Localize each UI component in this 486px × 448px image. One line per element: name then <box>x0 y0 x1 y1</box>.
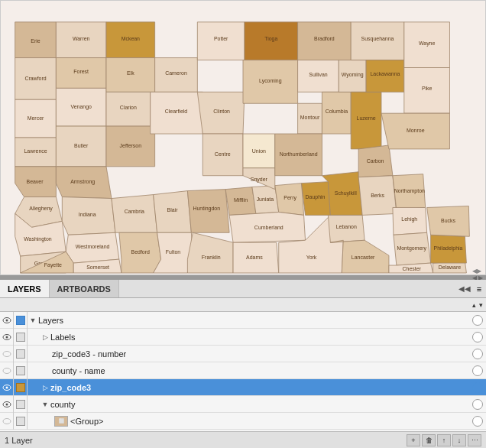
layer-name-zip-number: zip_code3 - number <box>52 349 469 359</box>
svg-point-73 <box>3 351 11 356</box>
northumberland-county <box>275 134 322 176</box>
wyoming-county <box>339 60 366 93</box>
bradford-county <box>298 22 352 60</box>
expand-county[interactable]: ▼ <box>40 396 50 413</box>
lehigh-county <box>393 207 427 235</box>
tab-artboards[interactable]: ARTBOARDS <box>50 280 119 297</box>
expand-layers[interactable]: ▼ <box>28 312 38 329</box>
centre-county <box>202 134 243 176</box>
juniata-county <box>252 186 279 214</box>
visibility-icon-group[interactable] <box>0 413 14 430</box>
layer-row-county[interactable]: ▼ county <box>0 396 486 413</box>
target-circle-labels[interactable] <box>472 332 483 342</box>
dauphin-county <box>302 182 331 216</box>
thumbnail-group: ⬜ <box>54 416 68 427</box>
lawrence-county <box>15 138 57 167</box>
union-county <box>243 134 275 168</box>
options-button[interactable]: ⋯ <box>468 434 481 446</box>
color-box-layers <box>14 312 28 329</box>
northampton-county <box>393 174 426 210</box>
cameron-county <box>155 58 198 93</box>
jefferson-county <box>106 126 155 167</box>
mifflin-county <box>225 187 256 216</box>
svg-point-78 <box>5 403 8 405</box>
panel-footer: 1 Layer + 🗑 ↑ ↓ ⋯ <box>0 431 486 448</box>
layer-row-group[interactable]: ⬜ <Group> <box>0 413 486 430</box>
sullivan-county <box>298 60 339 93</box>
target-circle-layers[interactable] <box>472 315 483 326</box>
layer-row-layers[interactable]: ▼ Layers <box>0 312 486 329</box>
montgomery-county <box>394 232 431 265</box>
toolbar-option-2[interactable]: ▾ <box>479 301 483 309</box>
visibility-icon-county[interactable] <box>0 396 14 413</box>
susquehanna-county <box>351 22 404 60</box>
mercer-county <box>15 99 57 138</box>
toolbar-option-1[interactable]: ▴ <box>472 301 476 309</box>
color-box-zip-code3 <box>14 379 28 396</box>
layer-row-county-name[interactable]: county - name <box>0 362 486 379</box>
clinton-county <box>197 92 245 134</box>
lackawanna-county <box>366 60 404 93</box>
beaver-county <box>15 167 57 197</box>
potter-county <box>197 22 245 60</box>
layers-list: ▼ Layers ▷ Labels zip_co <box>0 312 486 431</box>
target-circle-zip-code3[interactable] <box>472 382 483 393</box>
target-circle-county-name[interactable] <box>472 365 483 376</box>
visibility-icon-layers[interactable] <box>0 312 14 329</box>
layers-panel: ◀ ▶ LAYERS ARTBOARDS ◀◀ ≡ ▴ ▾ ▼ Layers <box>0 275 486 448</box>
butler-county <box>56 126 106 167</box>
westmoreland-county <box>66 232 119 263</box>
color-box-county <box>14 396 28 413</box>
clarion-county <box>106 92 151 126</box>
color-box-labels <box>14 329 28 346</box>
panel-header: LAYERS ARTBOARDS ◀◀ ≡ <box>0 280 486 298</box>
new-layer-button[interactable]: + <box>407 434 420 446</box>
panel-toolbar: ▴ ▾ <box>0 298 486 312</box>
crawford-county <box>15 58 57 100</box>
perry-county <box>275 183 304 216</box>
luzerne-county <box>351 92 381 149</box>
expand-zip-code3[interactable]: ▷ <box>40 379 50 396</box>
layer-name-labels: Labels <box>50 333 469 342</box>
tab-layers[interactable]: LAYERS <box>0 280 50 297</box>
footer-layer-count: 1 Layer <box>5 436 405 445</box>
bedford-county <box>119 232 161 273</box>
cambria-county <box>112 195 157 233</box>
panel-menu-button[interactable]: ≡ <box>474 284 484 294</box>
layer-row-zip-number[interactable]: zip_code3 - number <box>0 346 486 362</box>
layer-row-zip-code3[interactable]: ▷ zip_code3 <box>0 379 486 396</box>
delete-layer-button[interactable]: 🗑 <box>422 434 436 446</box>
berks-county <box>358 176 397 216</box>
panel-collapse-button[interactable]: ◀◀ <box>458 284 471 293</box>
move-selection-down-button[interactable]: ↓ <box>452 434 466 446</box>
forest-county <box>56 58 106 89</box>
visibility-icon-labels[interactable] <box>0 329 14 346</box>
expand-labels[interactable]: ▷ <box>40 329 50 346</box>
visibility-icon-zip-number[interactable] <box>0 346 14 362</box>
color-box-county-name <box>14 362 28 379</box>
color-box-zip-number <box>14 346 28 362</box>
layer-row-labels[interactable]: ▷ Labels <box>0 329 486 346</box>
armstrong-county <box>56 167 112 199</box>
layer-name-group: <Group> <box>70 417 469 426</box>
cumberland-county <box>229 212 305 242</box>
layer-name-layers: Layers <box>38 316 469 325</box>
target-circle-zip-number[interactable] <box>472 349 483 359</box>
mckean-county <box>106 22 155 58</box>
warren-county <box>56 22 106 58</box>
bucks-county <box>427 206 470 237</box>
svg-point-76 <box>5 386 8 388</box>
svg-point-70 <box>5 319 8 321</box>
target-circle-group[interactable] <box>472 416 483 427</box>
target-circle-county[interactable] <box>472 399 483 410</box>
visibility-icon-zip-code3[interactable] <box>0 379 14 396</box>
svg-point-72 <box>5 336 8 338</box>
venango-county <box>56 88 106 126</box>
pike-county <box>404 68 450 114</box>
carbon-county <box>358 145 393 177</box>
map-container: Erie Crawford Mercer Lawrence Beaver All… <box>0 0 486 275</box>
layer-name-county-name: county - name <box>52 366 469 375</box>
monroe-county <box>381 113 450 149</box>
move-selection-up-button[interactable]: ↑ <box>437 434 451 446</box>
visibility-icon-county-name[interactable] <box>0 362 14 379</box>
